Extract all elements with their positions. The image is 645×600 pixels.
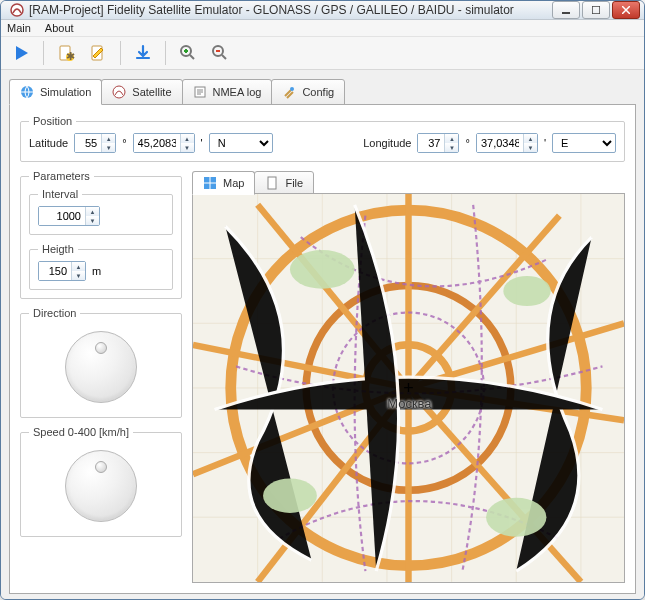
edit-document-icon bbox=[89, 44, 107, 62]
new-document-button[interactable]: ✱ bbox=[52, 39, 80, 67]
parameters-legend: Parameters bbox=[29, 170, 94, 182]
position-group: Position Latitude ▲▼ ° ▲▼ ' N bbox=[20, 115, 625, 162]
interval-group: Interval ▲▼ bbox=[29, 188, 173, 235]
latitude-degrees-input[interactable] bbox=[75, 134, 101, 152]
globe-icon bbox=[20, 85, 34, 99]
latitude-hemisphere-select[interactable]: N bbox=[209, 133, 273, 153]
tab-simulation[interactable]: Simulation bbox=[9, 79, 102, 105]
position-legend: Position bbox=[29, 115, 76, 127]
edit-document-button[interactable] bbox=[84, 39, 112, 67]
height-group: Heigth ▲▼ m bbox=[29, 243, 173, 290]
svg-rect-1 bbox=[562, 12, 570, 14]
svg-rect-2 bbox=[592, 6, 600, 14]
svg-point-23 bbox=[486, 498, 546, 537]
tab-label: Simulation bbox=[40, 86, 91, 98]
height-legend: Heigth bbox=[38, 243, 78, 255]
toolbar-separator bbox=[165, 41, 166, 65]
tab-nmea-log[interactable]: NMEA log bbox=[182, 79, 273, 105]
subtab-label: Map bbox=[223, 177, 244, 189]
toolbar-separator bbox=[120, 41, 121, 65]
svg-point-0 bbox=[11, 4, 23, 16]
svg-rect-14 bbox=[268, 177, 276, 189]
svg-point-21 bbox=[503, 276, 550, 306]
maximize-icon bbox=[592, 6, 600, 14]
play-icon bbox=[12, 44, 30, 62]
svg-point-12 bbox=[290, 87, 294, 91]
app-icon bbox=[9, 2, 25, 18]
zoom-in-icon bbox=[179, 44, 197, 62]
degree-symbol: ° bbox=[465, 137, 469, 149]
tab-label: Config bbox=[302, 86, 334, 98]
degree-symbol: ° bbox=[122, 137, 126, 149]
svg-text:✱: ✱ bbox=[66, 50, 75, 62]
zoom-in-button[interactable] bbox=[174, 39, 202, 67]
minimize-icon bbox=[562, 6, 570, 14]
direction-legend: Direction bbox=[29, 307, 80, 319]
map-viewport[interactable]: + Москва bbox=[192, 193, 625, 583]
window-title: [RAM-Project] Fidelity Satellite Emulato… bbox=[29, 3, 550, 17]
subtab-file[interactable]: File bbox=[254, 171, 314, 195]
play-button[interactable] bbox=[7, 39, 35, 67]
longitude-minutes-spinner[interactable]: ▲▼ bbox=[476, 133, 538, 153]
toolbar-separator bbox=[43, 41, 44, 65]
new-document-icon: ✱ bbox=[57, 44, 75, 62]
height-unit: m bbox=[92, 265, 101, 277]
menu-main[interactable]: Main bbox=[7, 22, 31, 34]
close-button[interactable] bbox=[612, 1, 640, 19]
latitude-label: Latitude bbox=[29, 137, 68, 149]
config-icon bbox=[282, 85, 296, 99]
direction-group: Direction bbox=[20, 307, 182, 418]
download-icon bbox=[134, 44, 152, 62]
satellite-icon bbox=[112, 85, 126, 99]
tab-satellite[interactable]: Satellite bbox=[101, 79, 182, 105]
direction-knob[interactable] bbox=[65, 331, 137, 403]
svg-point-20 bbox=[290, 250, 355, 289]
minimize-button[interactable] bbox=[552, 1, 580, 19]
latitude-minutes-spinner[interactable]: ▲▼ bbox=[133, 133, 195, 153]
tab-label: NMEA log bbox=[213, 86, 262, 98]
zoom-out-button[interactable] bbox=[206, 39, 234, 67]
height-input[interactable] bbox=[39, 262, 71, 280]
maximize-button[interactable] bbox=[582, 1, 610, 19]
interval-input[interactable] bbox=[39, 207, 85, 225]
longitude-minutes-input[interactable] bbox=[477, 134, 523, 152]
speed-knob[interactable] bbox=[65, 450, 137, 522]
latitude-minutes-input[interactable] bbox=[134, 134, 180, 152]
height-spinner[interactable]: ▲▼ bbox=[38, 261, 86, 281]
speed-legend: Speed 0-400 [km/h] bbox=[29, 426, 133, 438]
latitude-degrees-spinner[interactable]: ▲▼ bbox=[74, 133, 116, 153]
menu-about[interactable]: About bbox=[45, 22, 74, 34]
download-button[interactable] bbox=[129, 39, 157, 67]
subtab-label: File bbox=[285, 177, 303, 189]
zoom-out-icon bbox=[211, 44, 229, 62]
svg-point-22 bbox=[263, 478, 317, 512]
map-center-label: Москва bbox=[387, 396, 431, 411]
tab-config[interactable]: Config bbox=[271, 79, 345, 105]
subtab-map[interactable]: Map bbox=[192, 171, 255, 195]
parameters-group: Parameters Interval ▲▼ Heigth bbox=[20, 170, 182, 299]
longitude-hemisphere-select[interactable]: E bbox=[552, 133, 616, 153]
log-icon bbox=[193, 85, 207, 99]
longitude-label: Longitude bbox=[363, 137, 411, 149]
longitude-degrees-spinner[interactable]: ▲▼ bbox=[417, 133, 459, 153]
longitude-degrees-input[interactable] bbox=[418, 134, 444, 152]
svg-point-10 bbox=[113, 86, 125, 98]
interval-spinner[interactable]: ▲▼ bbox=[38, 206, 100, 226]
close-icon bbox=[622, 6, 630, 14]
interval-legend: Interval bbox=[38, 188, 82, 200]
minute-symbol: ' bbox=[544, 137, 546, 149]
map-icon bbox=[203, 176, 217, 190]
file-icon bbox=[265, 176, 279, 190]
tab-label: Satellite bbox=[132, 86, 171, 98]
speed-group: Speed 0-400 [km/h] bbox=[20, 426, 182, 537]
minute-symbol: ' bbox=[201, 137, 203, 149]
